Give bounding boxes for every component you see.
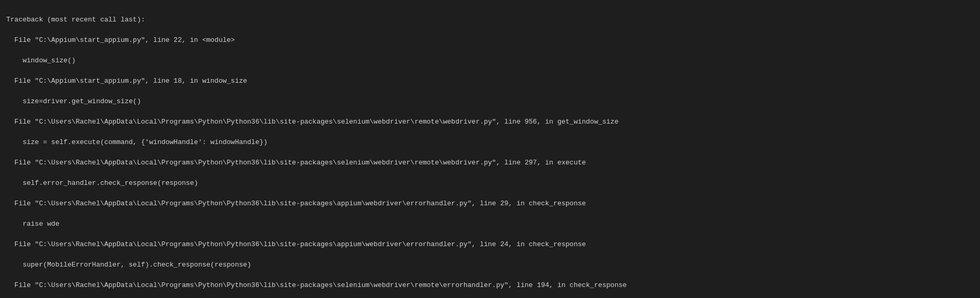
terminal-output: Traceback (most recent call last): File … [6, 4, 974, 298]
terminal-line-11: File "C:\Users\Rachel\AppData\Local\Prog… [6, 239, 974, 250]
terminal-line-6: size = self.execute(command, {'windowHan… [6, 137, 974, 148]
terminal-line-10: raise wde [6, 219, 974, 229]
terminal-line-9: File "C:\Users\Rachel\AppData\Local\Prog… [6, 198, 974, 209]
terminal-line-1: File "C:\Appium\start_appium.py", line 2… [6, 35, 974, 46]
terminal-line-2: window_size() [6, 56, 974, 66]
terminal-line-13: File "C:\Users\Rachel\AppData\Local\Prog… [6, 280, 974, 291]
terminal-line-7: File "C:\Users\Rachel\AppData\Local\Prog… [6, 158, 974, 168]
terminal-line-0: Traceback (most recent call last): [6, 15, 974, 25]
terminal-line-5: File "C:\Users\Rachel\AppData\Local\Prog… [6, 117, 974, 127]
terminal-line-4: size=driver.get_window_size() [6, 96, 974, 107]
terminal-line-8: self.error_handler.check_response(respon… [6, 178, 974, 189]
terminal-line-12: super(MobileErrorHandler, self).check_re… [6, 260, 974, 270]
terminal-line-3: File "C:\Appium\start_appium.py", line 1… [6, 76, 974, 86]
